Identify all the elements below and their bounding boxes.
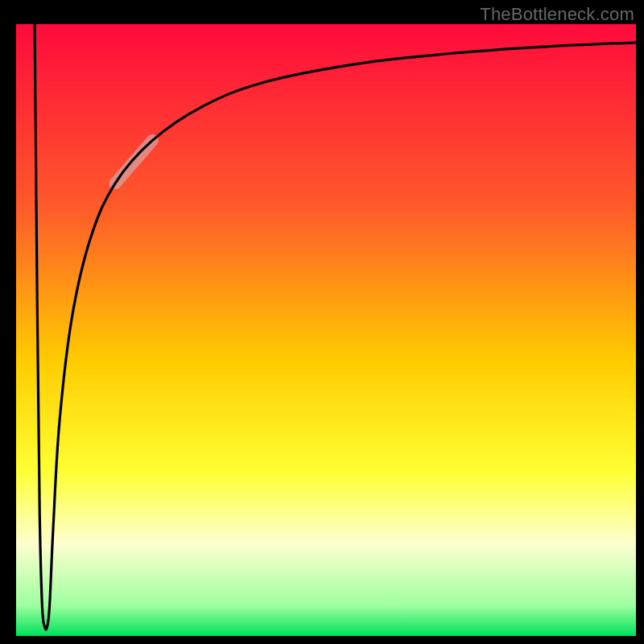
watermark-label: TheBottleneck.com xyxy=(480,4,634,25)
chart-container: TheBottleneck.com xyxy=(0,0,644,644)
chart-gradient-background xyxy=(16,24,636,636)
bottleneck-chart xyxy=(0,0,644,644)
